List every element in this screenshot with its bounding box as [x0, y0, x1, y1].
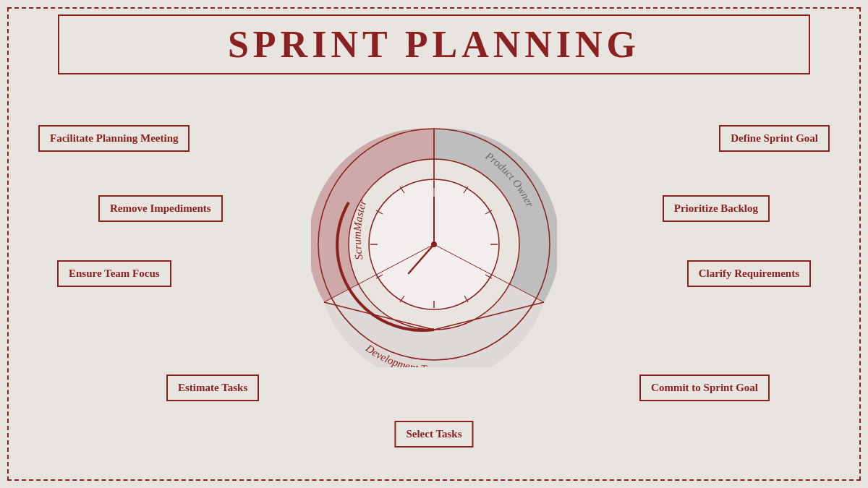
prioritize-box: Prioritize Backlog: [663, 195, 770, 222]
commit-box: Commit to Sprint Goal: [639, 374, 770, 401]
prioritize-label: Prioritize Backlog: [674, 202, 758, 214]
svg-point-25: [431, 241, 437, 247]
define-label: Define Sprint Goal: [731, 132, 818, 144]
clarify-box: Clarify Requirements: [687, 260, 811, 287]
select-box: Select Tasks: [394, 421, 473, 448]
estimate-box: Estimate Tasks: [166, 374, 259, 401]
clarify-label: Clarify Requirements: [699, 267, 799, 279]
facilitate-box: Facilitate Planning Meeting: [38, 125, 190, 152]
diagram-container: ScrumMaster Product Owner Development Te…: [311, 121, 557, 367]
ensure-label: Ensure Team Focus: [69, 267, 160, 279]
title-box: SPRINT PLANNING: [58, 14, 810, 74]
commit-label: Commit to Sprint Goal: [651, 382, 758, 393]
page-title: SPRINT PLANNING: [228, 24, 640, 65]
select-label: Select Tasks: [406, 428, 461, 440]
estimate-label: Estimate Tasks: [178, 382, 247, 393]
remove-label: Remove Impediments: [110, 202, 211, 214]
sprint-diagram: ScrumMaster Product Owner Development Te…: [311, 121, 557, 367]
remove-box: Remove Impediments: [98, 195, 223, 222]
define-box: Define Sprint Goal: [719, 125, 830, 152]
facilitate-label: Facilitate Planning Meeting: [50, 132, 178, 144]
ensure-box: Ensure Team Focus: [57, 260, 171, 287]
